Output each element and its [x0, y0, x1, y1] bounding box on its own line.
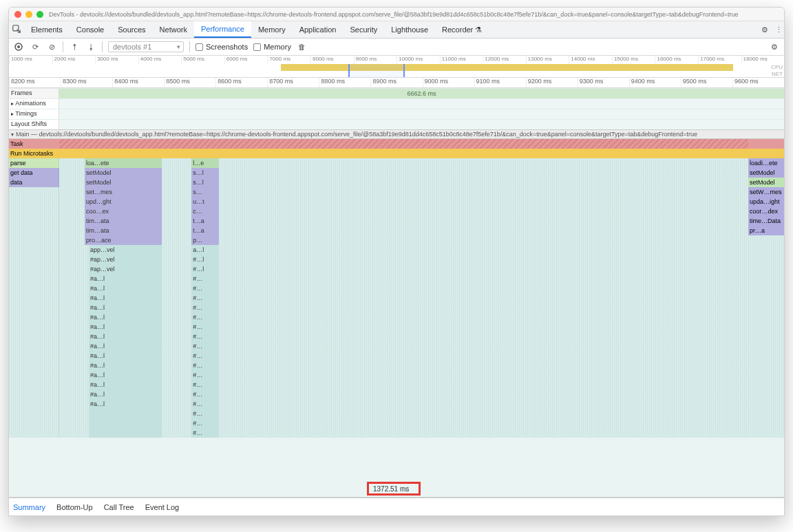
flame-block[interactable]: t…a: [191, 216, 219, 226]
flame-block[interactable]: setModel: [85, 168, 162, 178]
ruler-tick: 9200 ms: [526, 78, 578, 87]
tracks-area[interactable]: Frames 6662.6 ms ▸ Animations ▸ Timings …: [9, 88, 784, 498]
flame-block[interactable]: s…: [191, 187, 219, 197]
tab-network[interactable]: Network: [153, 21, 194, 38]
details-tab-event-log[interactable]: Event Log: [145, 503, 180, 511]
flame-block[interactable]: p…: [191, 235, 219, 245]
flame-block[interactable]: tim…ata: [85, 226, 162, 235]
flame-block[interactable]: [59, 409, 748, 418]
flame-block[interactable]: [59, 274, 748, 284]
overview-selection[interactable]: [348, 64, 405, 77]
flame-block[interactable]: [59, 255, 748, 264]
flame-block[interactable]: [59, 139, 748, 149]
flame-block[interactable]: t…a: [191, 226, 219, 235]
flame-block[interactable]: pro…ace: [85, 235, 162, 245]
flame-block[interactable]: s…l: [191, 178, 219, 187]
flame-block[interactable]: loa…ete: [85, 158, 162, 168]
timings-track-label[interactable]: ▸ Timings: [9, 109, 59, 119]
flame-block[interactable]: [59, 264, 748, 274]
window-title: DevTools - devtools://devtools/bundled/d…: [49, 11, 784, 18]
tab-elements[interactable]: Elements: [24, 21, 70, 38]
ruler-tick: 8600 ms: [215, 78, 267, 87]
flame-block[interactable]: [59, 303, 748, 312]
upload-icon[interactable]: ⭱: [69, 41, 80, 52]
more-icon[interactable]: ⋮: [773, 25, 784, 34]
flame-block[interactable]: [59, 370, 748, 380]
flame-left-label: [9, 235, 59, 245]
overview-tick: 4000 ms: [138, 56, 182, 64]
flame-block[interactable]: [59, 380, 748, 390]
flame-block[interactable]: setModel: [85, 178, 162, 187]
flame-block[interactable]: set…mes: [85, 187, 162, 197]
flame-block[interactable]: u…t: [191, 197, 219, 206]
flame-block[interactable]: c…: [191, 206, 219, 216]
flame-block[interactable]: [59, 428, 748, 438]
trash-icon[interactable]: 🗑: [297, 41, 308, 52]
flame-left-label: [9, 216, 59, 226]
record-icon[interactable]: [13, 41, 24, 52]
flame-chart[interactable]: TaskRun Microtasksparseloa…etel…eloadi…e…: [9, 139, 784, 438]
flame-right-label: [748, 380, 784, 390]
flame-block[interactable]: l…e: [191, 158, 219, 168]
reload-icon[interactable]: ⟳: [30, 41, 41, 52]
tab-performance[interactable]: Performance: [194, 21, 251, 38]
inspect-element-icon[interactable]: [9, 24, 24, 36]
toolbar-settings-icon[interactable]: ⚙: [769, 41, 780, 52]
clear-icon[interactable]: ⊘: [46, 41, 57, 52]
flame-block[interactable]: upd…ght: [85, 197, 162, 206]
tab-recorder-[interactable]: Recorder ⚗︎: [435, 21, 489, 38]
flame-block[interactable]: [59, 245, 748, 255]
recording-select[interactable]: devtools #1: [108, 41, 184, 52]
flame-block[interactable]: [59, 332, 748, 341]
screenshots-checkbox[interactable]: Screenshots: [195, 43, 248, 51]
flame-block[interactable]: [59, 293, 748, 303]
overview-strip[interactable]: 1000 ms2000 ms3000 ms4000 ms5000 ms6000 …: [9, 56, 784, 78]
flame-block[interactable]: tim…ata: [85, 216, 162, 226]
overview-net-label: NET: [772, 71, 783, 77]
flame-right-label: [748, 361, 784, 370]
flame-block[interactable]: s…l: [191, 168, 219, 178]
tab-security[interactable]: Security: [343, 21, 384, 38]
details-tab-call-tree[interactable]: Call Tree: [104, 503, 134, 511]
ruler-tick: 9400 ms: [629, 78, 681, 87]
memory-checkbox[interactable]: Memory: [253, 43, 291, 51]
time-ruler[interactable]: 8200 ms8300 ms8400 ms8500 ms8600 ms8700 …: [9, 78, 784, 88]
flame-block[interactable]: [59, 322, 748, 332]
overview-tick: 12000 ms: [483, 56, 526, 64]
flame-block[interactable]: [59, 390, 748, 399]
flame-block[interactable]: [59, 312, 748, 322]
flame-block[interactable]: coo…ex: [85, 206, 162, 216]
download-icon[interactable]: ⭳: [85, 41, 96, 52]
zoom-window-button[interactable]: [36, 11, 43, 18]
flame-block[interactable]: [59, 361, 748, 370]
flame-block[interactable]: [59, 399, 748, 409]
settings-icon[interactable]: ⚙: [757, 25, 773, 34]
ruler-tick: 9500 ms: [681, 78, 732, 87]
animations-track-label[interactable]: ▸ Animations: [9, 99, 59, 109]
flame-block[interactable]: [59, 341, 748, 351]
tab-application[interactable]: Application: [293, 21, 343, 38]
frames-track-label[interactable]: Frames: [9, 89, 59, 98]
flame-right-label: [748, 303, 784, 312]
flame-block[interactable]: [59, 149, 748, 158]
close-window-button[interactable]: [14, 11, 21, 18]
tab-lighthouse[interactable]: Lighthouse: [384, 21, 435, 38]
ruler-tick: 8900 ms: [370, 78, 422, 87]
ruler-tick: 9300 ms: [578, 78, 629, 87]
highlighted-duration: 1372.51 ms: [367, 482, 421, 496]
layout-shifts-track-label[interactable]: Layout Shifts: [9, 120, 59, 129]
flame-block[interactable]: [59, 284, 748, 293]
flame-right-label: [748, 274, 784, 284]
flame-block[interactable]: [59, 418, 748, 428]
overview-tick: 5000 ms: [181, 56, 224, 64]
minimize-window-button[interactable]: [25, 11, 32, 18]
tab-memory[interactable]: Memory: [251, 21, 293, 38]
details-tab-bottom-up[interactable]: Bottom-Up: [56, 503, 93, 511]
tab-sources[interactable]: Sources: [111, 21, 152, 38]
tab-console[interactable]: Console: [70, 21, 111, 38]
flame-left-label: [9, 197, 59, 206]
flame-block[interactable]: [59, 351, 748, 361]
main-thread-header[interactable]: ▾Main — devtools://devtools/bundled/devt…: [9, 129, 784, 139]
ruler-tick: 8800 ms: [319, 78, 370, 87]
details-tab-summary[interactable]: Summary: [13, 503, 45, 511]
